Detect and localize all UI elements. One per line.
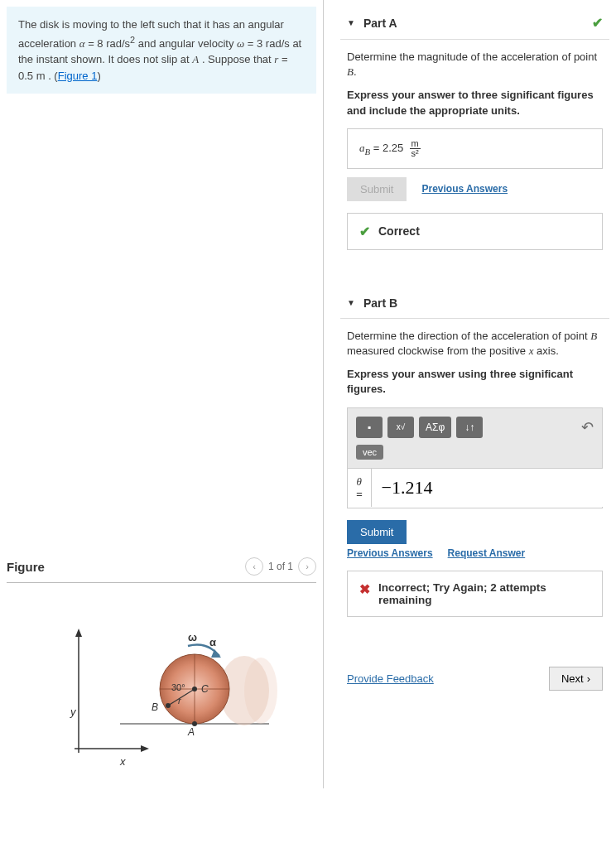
part-b-header[interactable]: ▼ Part B xyxy=(340,288,609,319)
close-paren: ) xyxy=(97,70,100,82)
figure-image: y x C xyxy=(7,600,316,782)
svg-text:ω: ω xyxy=(188,631,197,643)
omega-eq: ω xyxy=(237,37,244,50)
part-a-feedback: ✔ Correct xyxy=(347,213,603,250)
part-b-question: Determine the direction of the accelerat… xyxy=(347,329,603,359)
problem-text: . ( xyxy=(48,70,58,82)
part-a-question: Determine the magnitude of the accelerat… xyxy=(347,50,603,80)
undo-icon[interactable]: ↶ xyxy=(581,418,594,436)
chevron-right-icon: › xyxy=(587,672,590,685)
svg-text:C: C xyxy=(201,683,209,695)
format-button[interactable]: ▪ xyxy=(356,417,383,438)
submit-button: Submit xyxy=(347,177,407,201)
part-a-title: Part A xyxy=(363,17,397,30)
previous-answers-link[interactable]: Previous Answers xyxy=(421,183,508,195)
x-icon: ✖ xyxy=(359,581,370,597)
problem-text: . Suppose that xyxy=(202,53,274,65)
svg-text:α: α xyxy=(209,636,216,648)
part-a-value: 2.25 xyxy=(383,142,403,154)
figure-pager: ‹ 1 of 1 › xyxy=(245,557,316,576)
answer-toolbar: ▪ x√ ΑΣφ ↓↑ ↶ vec xyxy=(347,407,603,469)
request-answer-link[interactable]: Request Answer xyxy=(448,547,526,559)
vec-badge[interactable]: vec xyxy=(356,445,383,460)
caret-down-icon: ▼ xyxy=(347,298,355,307)
check-icon: ✔ xyxy=(359,224,370,239)
submit-button[interactable]: Submit xyxy=(347,520,407,544)
part-a-header[interactable]: ▼ Part A ✔ xyxy=(340,7,609,40)
figure-title: Figure xyxy=(7,560,45,574)
pager-text: 1 of 1 xyxy=(268,561,293,572)
part-b-feedback: ✖ Incorrect; Try Again; 2 attempts remai… xyxy=(347,571,603,617)
problem-text: and angular velocity xyxy=(138,37,237,50)
r-eq: r xyxy=(274,53,278,65)
part-a-answer-box: aB = 2.25 ms² xyxy=(347,128,603,169)
svg-text:x: x xyxy=(119,755,126,768)
prev-figure-button[interactable]: ‹ xyxy=(245,557,263,576)
svg-point-15 xyxy=(166,703,171,708)
next-button[interactable]: Next › xyxy=(549,667,603,691)
part-b-title: Part B xyxy=(363,296,397,310)
caret-down-icon: ▼ xyxy=(347,18,355,27)
provide-feedback-link[interactable]: Provide Feedback xyxy=(347,672,434,685)
svg-marker-3 xyxy=(141,745,149,752)
part-a-instruction: Express your answer to three significant… xyxy=(347,88,603,118)
arrows-button[interactable]: ↓↑ xyxy=(456,417,483,438)
theta-label: θ= xyxy=(348,469,371,508)
problem-statement: The disk is moving to the left such that… xyxy=(7,7,316,94)
alpha-eq: α xyxy=(79,37,85,50)
previous-answers-link[interactable]: Previous Answers xyxy=(347,547,433,559)
svg-text:A: A xyxy=(187,726,195,738)
svg-text:y: y xyxy=(70,706,77,718)
greek-button[interactable]: ΑΣφ xyxy=(419,417,451,438)
svg-text:B: B xyxy=(152,701,158,713)
figure-link[interactable]: Figure 1 xyxy=(58,70,98,82)
template-button[interactable]: x√ xyxy=(387,417,414,438)
part-b-instruction: Express your answer using three signific… xyxy=(347,367,603,397)
feedback-text: Correct xyxy=(378,224,420,238)
next-figure-button[interactable]: › xyxy=(298,557,316,576)
feedback-text: Incorrect; Try Again; 2 attempts remaini… xyxy=(378,581,590,606)
answer-input[interactable] xyxy=(371,469,610,507)
svg-marker-1 xyxy=(75,629,82,637)
check-icon: ✔ xyxy=(592,15,603,31)
point-a: A xyxy=(192,53,199,65)
svg-text:30°: 30° xyxy=(171,682,185,692)
